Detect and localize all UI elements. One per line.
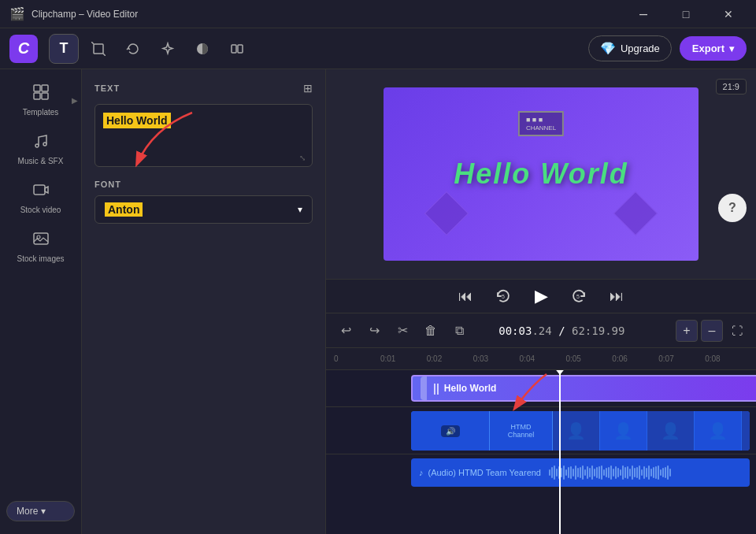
skip-to-start-button[interactable]: ⏮ bbox=[453, 284, 478, 309]
ruler-mark-3: 0:03 bbox=[472, 354, 518, 363]
delete-button[interactable]: 🗑 bbox=[419, 319, 443, 343]
ruler-mark-0: 0 bbox=[332, 354, 379, 363]
audio-track-row: ♪ (Audio) HTMD Team Yearend bbox=[326, 454, 756, 490]
duplicate-button[interactable]: ⧉ bbox=[447, 319, 471, 343]
upgrade-button[interactable]: 💎 Upgrade bbox=[588, 35, 672, 61]
zoom-out-button[interactable]: – bbox=[701, 320, 723, 342]
close-button[interactable]: ✕ bbox=[710, 3, 747, 25]
crop-tool-button[interactable] bbox=[83, 34, 113, 64]
text-track-left-handle[interactable] bbox=[421, 376, 427, 400]
timeline-area: ↩ ↪ ✂ 🗑 ⧉ 00:03.24 / 62:19.99 + – bbox=[326, 313, 756, 534]
help-button[interactable]: ? bbox=[718, 194, 747, 222]
timecode-total: 62:19.99 bbox=[572, 324, 624, 337]
undo-button[interactable]: ↩ bbox=[334, 319, 358, 343]
video-thumb-channel: HTMD Channel bbox=[490, 411, 553, 451]
font-dropdown[interactable]: Anton ▾ bbox=[94, 195, 313, 224]
title-bar-left: 🎬 Clipchamp – Video Editor bbox=[9, 6, 138, 21]
main-toolbar: C T bbox=[0, 28, 756, 69]
video-preview: ■ ■ ■ CHANNEL Hello World bbox=[384, 87, 699, 261]
play-button[interactable]: ▶ bbox=[528, 284, 554, 309]
title-bar-title: Clipchamp – Video Editor bbox=[32, 9, 138, 20]
content-area: Templates ▶ Music & SFX Stock video bbox=[0, 69, 756, 534]
text-track-label: Hello World bbox=[444, 383, 496, 394]
ruler-mark-5: 0:05 bbox=[564, 354, 610, 363]
ruler-mark-4: 0:04 bbox=[518, 354, 565, 363]
svg-rect-12 bbox=[34, 185, 45, 195]
export-button[interactable]: Export ▾ bbox=[680, 36, 747, 61]
toolbar-left: C T bbox=[9, 34, 252, 64]
ruler-mark-8: 0:08 bbox=[703, 354, 750, 363]
templates-expand-icon: ▶ bbox=[72, 96, 78, 105]
title-bar: 🎬 Clipchamp – Video Editor – □ ✕ bbox=[0, 0, 756, 28]
video-track-bar[interactable]: 🔊 HTMD Channel 👤 👤 👤 bbox=[411, 411, 750, 451]
adjust-tool-button[interactable] bbox=[187, 34, 217, 64]
svg-rect-0 bbox=[94, 44, 103, 54]
svg-rect-8 bbox=[34, 93, 40, 99]
timeline-toolbar: ↩ ↪ ✂ 🗑 ⧉ 00:03.24 / 62:19.99 + – bbox=[326, 313, 756, 348]
font-value: Anton bbox=[105, 202, 143, 217]
preview-overlay-box: ■ ■ ■ CHANNEL bbox=[518, 111, 564, 136]
text-track-row: || Hello World T Large heading bbox=[326, 370, 756, 406]
sidebar-item-templates[interactable]: Templates ▶ bbox=[0, 76, 81, 124]
skip-to-end-button[interactable]: ⏭ bbox=[604, 284, 629, 309]
text-area-resize-handle[interactable]: ⤡ bbox=[299, 154, 309, 163]
svg-text:5: 5 bbox=[502, 294, 505, 299]
sidebar-item-stock-video[interactable]: Stock video bbox=[0, 173, 81, 222]
svg-rect-4 bbox=[232, 45, 236, 53]
text-settings-button[interactable]: ⊞ bbox=[303, 82, 313, 95]
audio-track-label: (Audio) HTMD Team Yearend bbox=[428, 468, 541, 477]
sidebar-item-stock-images[interactable]: Stock images bbox=[0, 222, 81, 271]
stock-video-icon bbox=[32, 181, 50, 202]
text-section-header: TEXT ⊞ bbox=[94, 82, 313, 95]
playback-controls: ⏮ 5 ▶ 5 ⏭ bbox=[326, 279, 756, 313]
audio-music-icon: ♪ bbox=[419, 468, 424, 477]
left-sidebar: Templates ▶ Music & SFX Stock video bbox=[0, 69, 82, 534]
expand-timeline-button[interactable]: ⛶ bbox=[726, 320, 748, 342]
text-panel: TEXT ⊞ Hello World ⤡ FONT Anton ▾ bbox=[82, 69, 326, 534]
playhead[interactable] bbox=[559, 370, 561, 534]
zoom-in-button[interactable]: + bbox=[676, 320, 698, 342]
redo-button[interactable]: ↪ bbox=[362, 319, 386, 343]
music-icon bbox=[32, 132, 50, 154]
cut-button[interactable]: ✂ bbox=[391, 319, 414, 343]
svg-line-1 bbox=[91, 42, 94, 44]
upgrade-gem-icon: 💎 bbox=[600, 41, 616, 56]
text-input-area[interactable]: Hello World ⤡ bbox=[94, 104, 313, 167]
maximize-button[interactable]: □ bbox=[668, 3, 704, 25]
forward-5s-button[interactable]: 5 bbox=[566, 284, 591, 309]
magic-tool-button[interactable] bbox=[153, 34, 183, 64]
svg-rect-9 bbox=[42, 93, 48, 99]
text-tool-button[interactable]: T bbox=[49, 34, 79, 64]
font-section-title: FONT bbox=[94, 180, 313, 189]
svg-line-2 bbox=[103, 54, 106, 56]
preview-diamond-left bbox=[424, 191, 469, 236]
stock-video-label: Stock video bbox=[20, 206, 61, 214]
svg-rect-6 bbox=[34, 85, 40, 91]
svg-text:5: 5 bbox=[576, 294, 580, 299]
app-logo: C bbox=[9, 35, 38, 63]
svg-rect-7 bbox=[42, 85, 48, 91]
timecode-display: 00:03.24 / 62:19.99 bbox=[498, 324, 624, 337]
stock-images-label: Stock images bbox=[17, 254, 64, 263]
video-thumbnails: 👤 👤 👤 👤 👤 👤 👤 👤 👤 bbox=[553, 411, 750, 451]
more-button[interactable]: More ▾ bbox=[6, 501, 75, 521]
text-section-title: TEXT bbox=[94, 83, 120, 93]
ruler-mark-2: 0:02 bbox=[425, 354, 472, 363]
aspect-ratio-badge: 21:9 bbox=[716, 79, 747, 95]
text-input-value: Hello World bbox=[103, 113, 171, 128]
app-icon: 🎬 bbox=[9, 6, 25, 21]
audio-speaker-icon: 🔊 bbox=[446, 427, 455, 436]
more-chevron-icon: ▾ bbox=[41, 506, 46, 517]
rotate-tool-button[interactable] bbox=[118, 34, 148, 64]
timecode-current: 00:03.24 bbox=[498, 324, 558, 337]
minimize-button[interactable]: – bbox=[625, 3, 662, 25]
split-tool-button[interactable] bbox=[222, 34, 252, 64]
svg-rect-5 bbox=[238, 45, 243, 53]
rewind-5s-button[interactable]: 5 bbox=[491, 284, 516, 309]
audio-track-bar[interactable]: ♪ (Audio) HTMD Team Yearend bbox=[411, 458, 750, 487]
center-area: 21:9 ■ ■ ■ CHANNEL Hello World ? ⏮ 5 bbox=[326, 69, 756, 534]
ruler-mark-7: 0:07 bbox=[657, 354, 703, 363]
video-thumb-4: 👤 bbox=[695, 411, 742, 451]
text-track-bar[interactable]: || Hello World bbox=[411, 375, 756, 402]
sidebar-item-music[interactable]: Music & SFX bbox=[0, 124, 81, 173]
